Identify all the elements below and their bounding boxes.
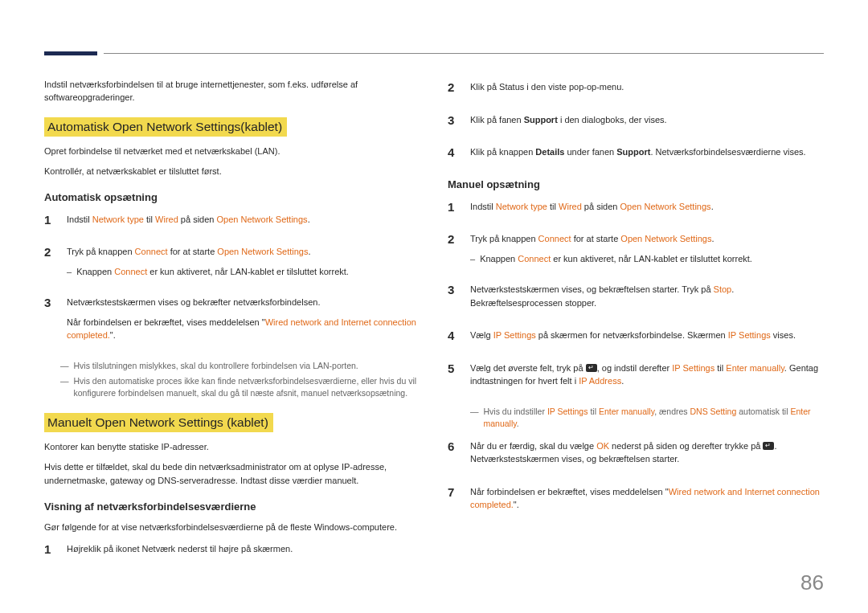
t: Hvis den automatiske proces ikke kan fin… bbox=[74, 375, 421, 399]
t: Klik på Status i den viste pop-op-menu. bbox=[470, 80, 824, 94]
step-number: 2 bbox=[448, 79, 461, 100]
enter-icon bbox=[586, 364, 597, 372]
step-body: Vælg det øverste felt, tryk på , og inds… bbox=[470, 360, 824, 394]
bold: Support bbox=[616, 147, 650, 157]
t: til bbox=[144, 215, 155, 224]
step-row: 3 Netværkstestskærmen vises og bekræfter… bbox=[44, 294, 420, 349]
left-column: Indstil netværksforbindelsen til at brug… bbox=[44, 79, 420, 573]
t: Når du er færdig, skal du vælge bbox=[470, 441, 596, 451]
chapter-heading-manual: Manuelt Open Network Settings (kablet) bbox=[44, 413, 273, 432]
t: . bbox=[621, 376, 624, 386]
bold: Details bbox=[535, 147, 564, 157]
step-body: Tryk på knappen Connect for at starte Op… bbox=[470, 231, 824, 270]
keyword: Wired bbox=[559, 202, 582, 211]
step-number: 3 bbox=[448, 281, 461, 316]
t: er kun aktiveret, når LAN-kablet er tils… bbox=[551, 254, 752, 264]
keyword: IP Settings bbox=[728, 330, 771, 340]
t: automatisk til bbox=[736, 407, 790, 416]
bold: Support bbox=[524, 115, 558, 125]
step-row: 6 Når du er færdig, skal du vælge OK ned… bbox=[448, 438, 824, 472]
step-row: 5 Vælg det øverste felt, tryk på , og in… bbox=[448, 360, 824, 394]
keyword: IP Settings bbox=[493, 330, 536, 340]
t: på siden bbox=[178, 215, 217, 224]
t: nederst på siden og derefter trykke på bbox=[609, 441, 763, 451]
keyword: DNS Setting bbox=[690, 407, 737, 416]
keyword: IP Address bbox=[579, 376, 621, 386]
subhead-manual-setup: Manuel opsætning bbox=[448, 178, 824, 190]
page-content: Indstil netværksforbindelsen til at brug… bbox=[44, 79, 824, 573]
step-row: 2 Tryk på knappen Connect for at starte … bbox=[44, 243, 420, 283]
footnote: ― Hvis den automatiske proces ikke kan f… bbox=[60, 375, 420, 399]
t: Knappen bbox=[76, 267, 114, 276]
t: på siden bbox=[582, 202, 620, 211]
t: under fanen bbox=[564, 147, 616, 157]
long-dash-icon: ― bbox=[60, 375, 69, 399]
subhead-view-values: Visning af netværksforbindelsesværdierne bbox=[44, 501, 420, 513]
keyword: Wired bbox=[155, 215, 178, 224]
t: ". bbox=[514, 500, 519, 509]
t: Når forbindelsen er bekræftet, vises med… bbox=[470, 487, 669, 497]
dash-icon: – bbox=[67, 265, 72, 279]
keyword: Connect bbox=[538, 234, 571, 243]
sub-note: – Knappen Connect er kun aktiveret, når … bbox=[470, 252, 824, 266]
t: , ændres bbox=[654, 407, 690, 416]
t: Klik på knappen bbox=[470, 147, 535, 157]
t: er kun aktiveret, når LAN-kablet er tils… bbox=[147, 267, 349, 276]
keyword: Open Network Settings bbox=[620, 234, 711, 243]
step-number: 3 bbox=[448, 112, 461, 133]
t: Indstil bbox=[67, 215, 92, 224]
t: . bbox=[517, 419, 519, 428]
t: Hvis tilslutningen mislykkes, skal du ko… bbox=[74, 360, 358, 372]
t: på skærmen for netværksforbindelse. Skær… bbox=[536, 330, 728, 340]
t: . Netværksforbindelsesværdierne vises. bbox=[650, 147, 805, 157]
long-dash-icon: ― bbox=[470, 406, 479, 430]
t: Indstil bbox=[470, 202, 496, 211]
keyword: Enter manually bbox=[599, 407, 654, 416]
step-number: 7 bbox=[448, 484, 461, 518]
footnote: ― Hvis tilslutningen mislykkes, skal du … bbox=[60, 360, 420, 372]
keyword: Open Network Settings bbox=[620, 202, 711, 211]
t: . bbox=[711, 202, 714, 211]
keyword: IP Settings bbox=[672, 363, 714, 373]
step-body: Når forbindelsen er bekræftet, vises med… bbox=[470, 484, 824, 518]
step-row: 7 Når forbindelsen er bekræftet, vises m… bbox=[448, 484, 824, 518]
intro-text: Indstil netværksforbindelsen til at brug… bbox=[44, 79, 420, 104]
step-number: 4 bbox=[448, 144, 461, 166]
t: til bbox=[714, 363, 726, 373]
step-row: 1 Indstil Network type til Wired på side… bbox=[44, 211, 420, 233]
t: Vælg det øverste felt, tryk på bbox=[470, 363, 586, 373]
step-body: Klik på knappen Details under fanen Supp… bbox=[470, 144, 824, 166]
t: ". bbox=[110, 330, 116, 340]
footnote: ― Hvis du indstiller IP Settings til Ent… bbox=[470, 406, 824, 430]
keyword: Connect bbox=[114, 267, 147, 276]
sub2-line: Gør følgende for at vise netværksforbind… bbox=[44, 521, 420, 534]
keyword: Connect bbox=[135, 247, 168, 256]
sub-note: – Knappen Connect er kun aktiveret, når … bbox=[67, 265, 420, 279]
t: . bbox=[308, 247, 310, 256]
step-number: 4 bbox=[448, 327, 461, 349]
enter-icon bbox=[763, 442, 774, 450]
step-body: Indstil Network type til Wired på siden … bbox=[470, 198, 824, 220]
page-number: 86 bbox=[800, 570, 824, 595]
t: i den dialogboks, der vises. bbox=[558, 115, 667, 125]
chapter2-line1: Kontorer kan benytte statiske IP-adresse… bbox=[44, 440, 420, 454]
long-dash-icon: ― bbox=[60, 360, 69, 372]
step-row: 2 Klik på Status i den viste pop-op-menu… bbox=[448, 79, 824, 100]
chapter1-line2: Kontrollér, at netværkskablet er tilslut… bbox=[44, 165, 420, 178]
keyword: Open Network Settings bbox=[217, 247, 308, 256]
t: Knappen bbox=[480, 254, 518, 264]
t: Klik på fanen bbox=[470, 115, 524, 125]
step-body: Netværkstestskærmen vises, og bekræftels… bbox=[470, 281, 824, 316]
header-accent-bar bbox=[44, 51, 97, 55]
step-number: 5 bbox=[448, 360, 461, 394]
step-number: 3 bbox=[44, 294, 57, 349]
step-number: 1 bbox=[44, 541, 57, 562]
step-row: 2 Tryk på knappen Connect for at starte … bbox=[448, 231, 824, 270]
header-rule bbox=[104, 53, 824, 54]
t: for at starte bbox=[168, 247, 218, 256]
t: Når forbindelsen er bekræftet, vises med… bbox=[67, 317, 265, 327]
chapter1-line1: Opret forbindelse til netværket med et n… bbox=[44, 145, 420, 158]
keyword: Enter manually bbox=[726, 363, 784, 373]
right-column: 2 Klik på Status i den viste pop-op-menu… bbox=[448, 79, 824, 573]
t: Højreklik på ikonet Netværk nederst til … bbox=[67, 542, 420, 556]
